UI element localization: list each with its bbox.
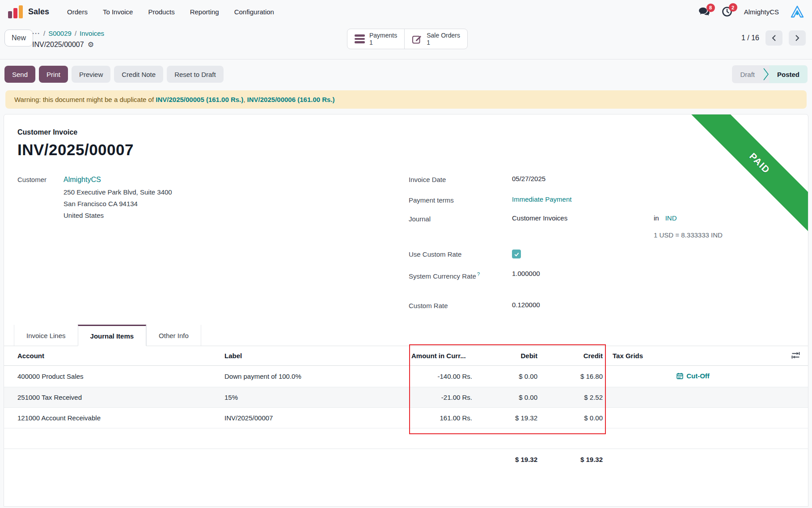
chevron-right-icon bbox=[794, 34, 800, 42]
cell-debit[interactable]: $ 0.00 bbox=[476, 366, 541, 387]
customer-section: Customer AlmightyCS 250 Executive Park B… bbox=[17, 176, 172, 221]
cell-credit[interactable]: $ 2.52 bbox=[541, 387, 606, 408]
menu-reporting[interactable]: Reporting bbox=[190, 8, 219, 16]
sale-orders-count: 1 bbox=[427, 39, 460, 46]
cell-credit[interactable]: $ 16.80 bbox=[541, 366, 606, 387]
table-row[interactable]: 121000 Account Receivable INV/2025/00007… bbox=[4, 408, 808, 428]
header-account[interactable]: Account bbox=[4, 346, 221, 366]
cell-tax-grids bbox=[606, 387, 780, 408]
cell-label[interactable]: INV/2025/00007 bbox=[221, 408, 408, 428]
edit-pencil-icon bbox=[412, 34, 422, 44]
cutoff-button[interactable]: Cut-Off bbox=[677, 372, 710, 380]
invoice-date-value[interactable]: 05/27/2025 bbox=[512, 175, 546, 182]
use-custom-rate-label: Use Custom Rate bbox=[409, 250, 512, 259]
pager-previous-button[interactable] bbox=[765, 30, 782, 46]
table-row[interactable]: 251000 Tax Received 15% -21.00 Rs. $ 0.0… bbox=[4, 387, 808, 408]
send-button[interactable]: Send bbox=[4, 66, 35, 83]
system-currency-rate-value[interactable]: 1.000000 bbox=[512, 270, 540, 277]
gear-icon[interactable]: ⚙ bbox=[88, 40, 94, 50]
adjust-columns-icon[interactable] bbox=[791, 351, 800, 359]
user-name[interactable]: AlmightyCS bbox=[744, 8, 779, 16]
in-label: in bbox=[654, 214, 659, 222]
help-icon[interactable]: ? bbox=[477, 271, 480, 277]
print-button[interactable]: Print bbox=[39, 66, 68, 83]
cell-account[interactable]: 251000 Tax Received bbox=[4, 387, 221, 408]
invoice-number-title: INV/2025/00007 bbox=[17, 141, 134, 159]
pager-next-button[interactable] bbox=[789, 30, 806, 46]
menu-orders[interactable]: Orders bbox=[67, 8, 88, 16]
reset-to-draft-button[interactable]: Reset to Draft bbox=[167, 66, 224, 83]
cell-amount[interactable]: -140.00 Rs. bbox=[408, 366, 476, 387]
cell-debit[interactable]: $ 19.32 bbox=[476, 408, 541, 428]
cell-label[interactable]: 15% bbox=[221, 387, 408, 408]
breadcrumb-link-order[interactable]: S00029 bbox=[48, 29, 72, 38]
totals-row: $ 19.32 $ 19.32 bbox=[4, 449, 808, 470]
check-icon bbox=[514, 251, 520, 257]
journal-items-table: Account Label Amount in Curr... Debit Cr… bbox=[4, 346, 808, 470]
payments-stat-button[interactable]: Payments 1 bbox=[347, 29, 404, 49]
address-line: San Francisco CA 94134 bbox=[63, 198, 172, 210]
status-draft[interactable]: Draft bbox=[732, 65, 763, 83]
tab-invoice-lines[interactable]: Invoice Lines bbox=[14, 325, 78, 346]
tab-journal-items[interactable]: Journal Items bbox=[78, 325, 147, 346]
payment-terms-value[interactable]: Immediate Payment bbox=[512, 195, 571, 203]
header-amount-in-currency[interactable]: Amount in Curr... bbox=[408, 346, 476, 366]
status-chevron-icon bbox=[763, 65, 769, 83]
document-type-label: Customer Invoice bbox=[17, 128, 134, 136]
breadcrumb-current: INV/2025/00007 bbox=[32, 40, 84, 50]
menu-configuration[interactable]: Configuration bbox=[234, 8, 274, 16]
invoice-fields: Invoice Date 05/27/2025 Payment terms Im… bbox=[409, 175, 802, 322]
header-label[interactable]: Label bbox=[221, 346, 408, 366]
use-custom-rate-checkbox[interactable] bbox=[512, 250, 521, 258]
avatar[interactable] bbox=[791, 5, 804, 18]
breadcrumb-separator: / bbox=[43, 29, 45, 38]
cell-debit[interactable]: $ 0.00 bbox=[476, 387, 541, 408]
journal-value[interactable]: Customer Invoices bbox=[512, 214, 567, 222]
cell-account[interactable]: 121000 Account Receivable bbox=[4, 408, 221, 428]
header-credit[interactable]: Credit bbox=[541, 346, 606, 366]
table-header-row: Account Label Amount in Curr... Debit Cr… bbox=[4, 346, 808, 366]
customer-link[interactable]: AlmightyCS bbox=[63, 176, 172, 184]
status-bar: Draft Posted bbox=[732, 65, 808, 83]
app-name[interactable]: Sales bbox=[28, 7, 49, 17]
cell-label[interactable]: Down payment of 100.0% bbox=[221, 366, 408, 387]
menu-products[interactable]: Products bbox=[148, 8, 174, 16]
warning-separator: , bbox=[243, 96, 247, 103]
warning-text: Warning: this document might be a duplic… bbox=[14, 96, 156, 103]
warning-link-inv00006[interactable]: INV/2025/00006 (161.00 Rs.) bbox=[247, 96, 335, 103]
status-posted[interactable]: Posted bbox=[769, 65, 808, 83]
sale-orders-label: Sale Orders bbox=[427, 32, 460, 39]
invoice-form-sheet: PAID Customer Invoice INV/2025/00007 Cus… bbox=[4, 114, 808, 507]
sale-orders-stat-button[interactable]: Sale Orders 1 bbox=[404, 29, 467, 49]
header-tax-grids[interactable]: Tax Grids bbox=[606, 346, 780, 366]
address-line: 250 Executive Park Blvd, Suite 3400 bbox=[63, 186, 172, 198]
cell-amount[interactable]: -21.00 Rs. bbox=[408, 387, 476, 408]
activities-button[interactable]: 2 bbox=[722, 6, 732, 17]
cell-amount[interactable]: 161.00 Rs. bbox=[408, 408, 476, 428]
custom-rate-value[interactable]: 0.120000 bbox=[512, 301, 540, 309]
tab-other-info[interactable]: Other Info bbox=[146, 325, 201, 346]
chevron-left-icon bbox=[771, 34, 777, 42]
invoice-date-label: Invoice Date bbox=[409, 175, 512, 184]
app-switcher[interactable]: Sales bbox=[8, 5, 49, 18]
stat-buttons: Payments 1 Sale Orders 1 bbox=[347, 29, 468, 49]
credit-note-button[interactable]: Credit Note bbox=[114, 66, 163, 83]
breadcrumb-more[interactable]: ··· bbox=[32, 29, 40, 38]
breadcrumb-link-invoices[interactable]: Invoices bbox=[80, 29, 104, 38]
warning-link-inv00005[interactable]: INV/2025/00005 (161.00 Rs.) bbox=[156, 96, 243, 103]
table-row[interactable]: 400000 Product Sales Down payment of 100… bbox=[4, 366, 808, 387]
header-options bbox=[780, 346, 808, 366]
cell-account[interactable]: 400000 Product Sales bbox=[4, 366, 221, 387]
preview-button[interactable]: Preview bbox=[72, 66, 110, 83]
menu-to-invoice[interactable]: To Invoice bbox=[103, 8, 133, 16]
payment-terms-label: Payment terms bbox=[409, 195, 512, 205]
header-debit[interactable]: Debit bbox=[476, 346, 541, 366]
cell-credit[interactable]: $ 0.00 bbox=[541, 408, 606, 428]
calendar-icon bbox=[677, 373, 683, 379]
currency-link[interactable]: IND bbox=[665, 214, 677, 222]
messages-button[interactable]: 8 bbox=[698, 7, 710, 17]
pager-counter: 1 / 16 bbox=[741, 34, 759, 42]
new-button[interactable]: New bbox=[4, 30, 33, 47]
control-panel: New ··· / S00029 / Invoices INV/2025/000… bbox=[0, 23, 812, 59]
payments-label: Payments bbox=[369, 32, 397, 39]
